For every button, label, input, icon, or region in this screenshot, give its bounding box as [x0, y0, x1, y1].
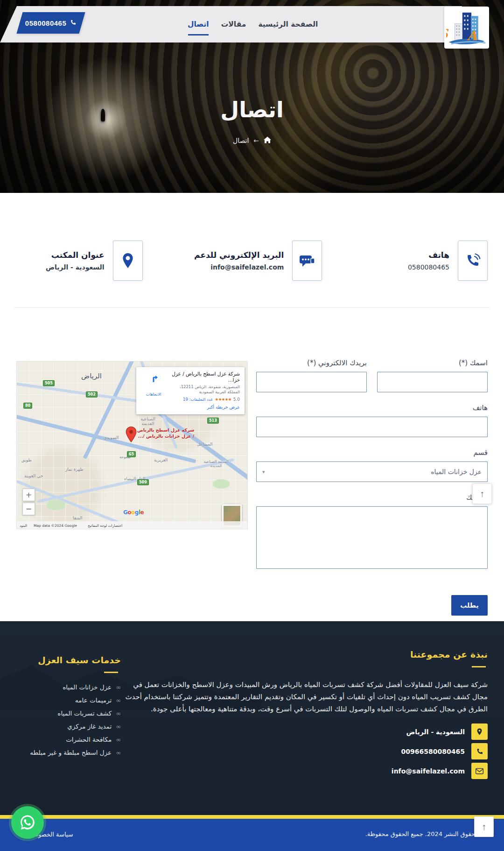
email-input[interactable]: [256, 372, 367, 392]
map-card-text: شركة عزل اسطح بالرياض / عزل خزا... المنص…: [166, 371, 240, 411]
nav-item-articles[interactable]: مقالات: [221, 20, 246, 28]
footer: نبذة عن مجموعتنا شركة سيف العزل للمقاولا…: [0, 621, 504, 815]
footer-phone-value: 00966580080465: [401, 748, 465, 755]
service-link-pest-control[interactable]: ∞مكافحة الحشرات: [16, 736, 121, 744]
map-card-address: المنصورية، منفوحة، الرياض 12211، المملكة…: [166, 384, 240, 395]
map-terms-link[interactable]: البنود: [20, 524, 27, 528]
bottom-bar: حقوق النشر 2024. جميع الحقوق محفوظة. سيا…: [0, 819, 504, 851]
map-card-rating-row: 5.0 ★★★★★ عدد التعليقات: 19: [166, 397, 240, 402]
footer-contact-email: info@saifelazel.com: [119, 763, 488, 779]
footer-services-list: ∞عزل خزانات المياه ∞ترميمات عامه ∞كشف تس…: [16, 683, 121, 757]
contact-card-text: هاتف 0580080465: [408, 250, 449, 271]
map-area-label: ظهرة نمار: [65, 467, 84, 472]
service-link-leak-detection[interactable]: ∞كشف تسربات المياه: [16, 709, 121, 717]
footer-contact-address: السعودية - الرياض: [119, 723, 488, 740]
whatsapp-button[interactable]: [11, 806, 44, 839]
google-logo: Google: [123, 509, 144, 516]
map-zoom-out-button[interactable]: −: [22, 503, 35, 515]
road-badge: 80: [23, 403, 32, 409]
department-select[interactable]: عزل خزانات المياه ▾: [256, 461, 488, 482]
nav-item-home[interactable]: الصفحة الرئيسية: [258, 20, 318, 28]
submit-button[interactable]: يطلب: [451, 595, 488, 616]
contact-page: اتصال ← اتصال 0580080465 الصفحة الرئيسية…: [0, 0, 504, 851]
map-area-label: السويدي: [104, 435, 119, 440]
message-field-group: رسالتك: [256, 493, 488, 571]
name-input[interactable]: [377, 372, 488, 392]
email-label: بريدك الالكتروني (*): [256, 359, 367, 368]
phone-input[interactable]: [256, 417, 488, 437]
whatsapp-icon: [19, 814, 36, 831]
contact-cards-row: هاتف 0580080465 البريد الإلكتروني للدعم …: [16, 241, 488, 281]
footer-address-value: السعودية - الرياض: [406, 728, 465, 736]
header-phone-number: 0580080465: [25, 19, 66, 27]
map-pin-label: شركه عزل اسطح بالرياض / عزل خزانات بالري…: [137, 427, 194, 439]
road-badge: 65: [127, 451, 136, 457]
road-badge: 513: [207, 418, 219, 424]
footer-contact-list: السعودية - الرياض 00966580080465 info@sa…: [119, 723, 488, 779]
logo-buildings-icon: S A: [446, 8, 487, 47]
yellow-divider-stripe: [0, 815, 504, 819]
link-icon: ∞: [116, 697, 121, 704]
logo-letter-a: A: [467, 28, 478, 43]
page-title: اتصال: [0, 97, 504, 122]
home-icon[interactable]: [264, 136, 271, 145]
map-card-title: شركة عزل اسطح بالرياض / عزل خزا...: [166, 371, 240, 383]
service-link-renovations[interactable]: ∞ترميمات عامه: [16, 696, 121, 704]
copyright-text: حقوق النشر 2024. جميع الحقوق محفوظة.: [365, 830, 475, 837]
logo-letter-s: S: [446, 26, 449, 41]
link-icon: ∞: [116, 684, 121, 691]
contact-card-text: عنوان المكتب السعودية - الرياض: [46, 250, 105, 271]
nav-item-contact[interactable]: اتصال: [188, 20, 209, 28]
service-link-water-tanks[interactable]: ∞عزل خزانات المياه: [16, 683, 121, 691]
map-area-label: حي العوينة: [24, 474, 43, 478]
phone-label: هاتف: [256, 404, 488, 412]
footer-email-value: info@saifelazel.com: [392, 767, 465, 775]
directions-button[interactable]: الاتجاهات: [141, 371, 166, 411]
contact-card-text: البريد الإلكتروني للدعم info@saifelazel.…: [194, 250, 284, 271]
google-map[interactable]: الرياض الصناعية القديمة المشاعل العزيزية…: [16, 361, 248, 529]
reviews-link[interactable]: عدد التعليقات: 19: [183, 397, 213, 402]
map-area-label: المشاعل: [197, 442, 212, 447]
link-icon: ∞: [116, 736, 121, 744]
link-icon: ∞: [116, 749, 121, 757]
site-logo[interactable]: S A: [444, 7, 489, 49]
location-icon: [471, 723, 488, 740]
map-info-card: شركة عزل اسطح بالرياض / عزل خزا... المنص…: [136, 367, 245, 414]
rating-stars-icon: ★★★★★: [215, 397, 231, 402]
service-link-gas-extension[interactable]: ∞تمديد غاز مركزي: [16, 723, 121, 730]
breadcrumb-arrow-icon: ←: [253, 137, 259, 144]
view-larger-map-link[interactable]: عرض خريطة أكبر: [207, 404, 240, 410]
contact-card-value: info@saifelazel.com: [194, 263, 284, 271]
scroll-to-top-button[interactable]: ↑: [474, 816, 494, 837]
map-business-pin-icon[interactable]: [125, 426, 137, 443]
service-link-roof-insulation[interactable]: ∞عزل اسطح مبلطة و غير مبلطه: [16, 749, 121, 757]
map-pin-icon: [113, 241, 143, 281]
title-underline: [472, 666, 486, 667]
map-city-label: الرياض: [81, 372, 102, 380]
footer-services-column: خدمات سيف العزل ∞عزل خزانات المياه ∞ترمي…: [16, 655, 121, 762]
map-park-area: [213, 479, 230, 489]
map-keyboard-shortcuts-link[interactable]: اختصارات لوحة المفاتيح: [88, 524, 122, 528]
message-label: رسالتك: [256, 493, 488, 502]
contact-card-email: البريد الإلكتروني للدعم info@saifelazel.…: [174, 241, 331, 281]
department-selected-value: عزل خزانات المياه: [431, 468, 482, 475]
map-park-area: [47, 500, 65, 510]
chevron-down-icon: ▾: [262, 469, 265, 475]
email-field-group: بريدك الالكتروني (*): [256, 359, 367, 392]
phone-waves-icon: [458, 241, 488, 281]
message-textarea[interactable]: [256, 506, 488, 569]
scroll-to-top-button[interactable]: ↑: [472, 483, 492, 504]
map-zoom-in-button[interactable]: +: [22, 489, 35, 501]
department-field-group: قسم عزل خزانات المياه ▾: [256, 448, 488, 482]
breadcrumb-current: اتصال: [233, 137, 249, 144]
contact-card-value: 0580080465: [408, 263, 449, 271]
header-phone-button[interactable]: 0580080465: [16, 12, 85, 34]
map-area-label: العزيزية: [154, 458, 168, 462]
contact-card-title: البريد الإلكتروني للدعم: [194, 250, 284, 260]
footer-about-column: نبذة عن مجموعتنا شركة سيف العزل للمقاولا…: [119, 649, 488, 782]
contact-card-address: عنوان المكتب السعودية - الرياض: [16, 241, 174, 281]
directions-icon: [148, 372, 159, 383]
road-badge: 505: [43, 380, 55, 386]
footer-about-title: نبذة عن مجموعتنا: [119, 649, 488, 660]
directions-label: الاتجاهات: [141, 392, 166, 397]
